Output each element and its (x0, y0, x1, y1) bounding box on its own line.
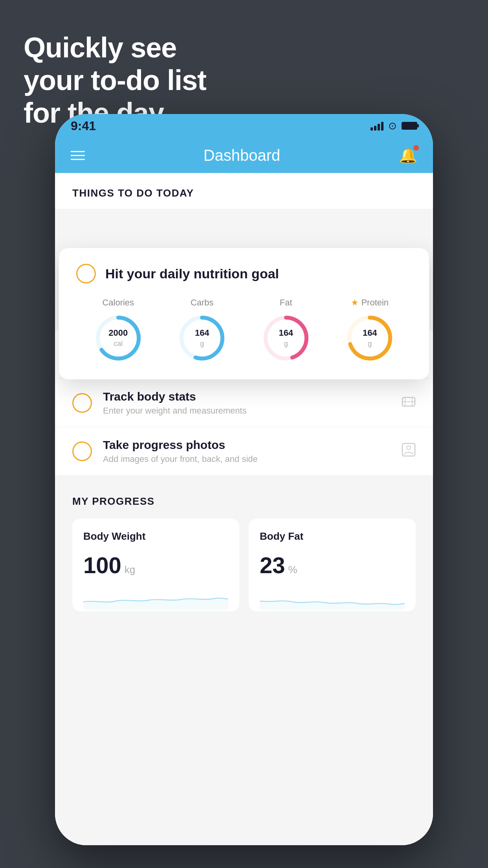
body-fat-title: Body Fat (260, 530, 405, 542)
photos-name: Take progress photos (103, 438, 391, 452)
body-stats-info: Track body stats Enter your weight and m… (103, 390, 391, 416)
macro-fat-ring: 164g (261, 313, 312, 364)
hamburger-menu-button[interactable] (71, 151, 85, 160)
macro-fat: Fat 164g (261, 298, 312, 364)
things-section-title: THINGS TO DO TODAY (72, 187, 416, 199)
macro-fat-label: Fat (280, 298, 292, 308)
body-fat-number: 23 (260, 552, 285, 578)
star-icon: ★ (351, 298, 359, 308)
macro-protein-value: 164g (363, 328, 377, 349)
macro-calories: Calories 2000cal (93, 298, 144, 364)
body-weight-number: 100 (83, 552, 121, 578)
body-fat-chart (260, 586, 405, 610)
nav-title: Dashboard (204, 147, 281, 164)
body-fat-value: 23 % (260, 552, 405, 578)
photos-info: Take progress photos Add images of your … (103, 438, 391, 464)
nutrition-macros: Calories 2000cal Carbs (76, 298, 412, 364)
progress-section: MY PROGRESS Body Weight 100 kg B (55, 476, 433, 623)
battery-icon (402, 122, 417, 130)
macro-carbs: Carbs 164g (176, 298, 227, 364)
status-time: 9:41 (71, 119, 96, 133)
progress-cards: Body Weight 100 kg Body Fat 23 % (72, 519, 416, 611)
body-weight-card: Body Weight 100 kg (72, 519, 239, 611)
content-area: THINGS TO DO TODAY Hit your daily nutrit… (55, 173, 433, 845)
scale-icon (402, 394, 416, 412)
nutrition-checkbox[interactable] (76, 264, 96, 283)
hamburger-line (71, 155, 85, 156)
status-bar: 9:41 ⊙ (55, 114, 433, 138)
person-icon (402, 443, 416, 460)
things-header: THINGS TO DO TODAY (55, 173, 433, 209)
macro-protein-ring: 164g (344, 313, 395, 364)
macro-fat-value: 164g (279, 328, 293, 349)
signal-icon (371, 121, 383, 131)
body-fat-card: Body Fat 23 % (249, 519, 416, 611)
status-icons: ⊙ (371, 120, 417, 132)
photos-checkbox[interactable] (72, 441, 92, 461)
macro-calories-value: 2000cal (108, 328, 128, 349)
wifi-icon: ⊙ (388, 120, 397, 132)
task-item-photos[interactable]: Take progress photos Add images of your … (55, 427, 433, 476)
macro-carbs-label: Carbs (191, 298, 214, 308)
task-item-body-stats[interactable]: Track body stats Enter your weight and m… (55, 379, 433, 427)
macro-protein-label: ★Protein (351, 298, 389, 308)
body-weight-title: Body Weight (83, 530, 228, 542)
photos-desc: Add images of your front, back, and side (103, 454, 391, 464)
phone-frame: 9:41 ⊙ Dashboard 🔔 THINGS TO DO (55, 114, 433, 845)
notification-dot (413, 145, 419, 151)
nav-bar: Dashboard 🔔 (55, 138, 433, 173)
svg-point-13 (407, 446, 411, 450)
body-weight-value: 100 kg (83, 552, 228, 578)
body-fat-unit: % (288, 564, 297, 576)
body-weight-unit: kg (125, 564, 135, 576)
macro-calories-label: Calories (102, 298, 134, 308)
headline-line1: Quickly see (24, 31, 206, 64)
headline-line2: your to-do list (24, 64, 206, 97)
body-stats-checkbox[interactable] (72, 393, 92, 413)
macro-protein: ★Protein 164g (344, 298, 395, 364)
macro-calories-ring: 2000cal (93, 313, 144, 364)
body-weight-chart (83, 586, 228, 610)
macro-carbs-value: 164g (195, 328, 209, 349)
nutrition-card: Hit your daily nutrition goal Calories 2… (59, 248, 429, 379)
bell-icon[interactable]: 🔔 (399, 147, 417, 164)
nutrition-card-header: Hit your daily nutrition goal (76, 264, 412, 283)
body-stats-name: Track body stats (103, 390, 391, 403)
body-stats-desc: Enter your weight and measurements (103, 406, 391, 416)
hamburger-line (71, 159, 85, 160)
hamburger-line (71, 151, 85, 152)
macro-carbs-ring: 164g (176, 313, 227, 364)
nutrition-task-title: Hit your daily nutrition goal (105, 266, 279, 281)
progress-title: MY PROGRESS (72, 495, 416, 508)
